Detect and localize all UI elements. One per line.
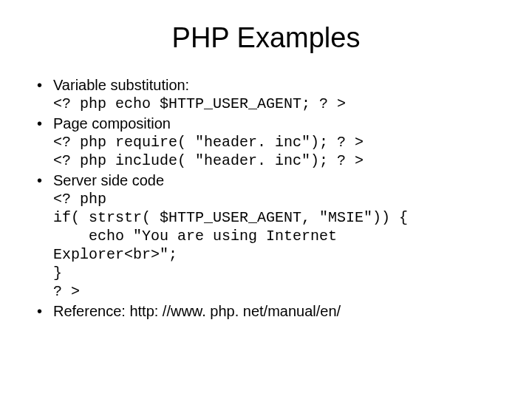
- slide: PHP Examples Variable substitution: <? p…: [0, 0, 532, 399]
- item-heading: Reference: http: //www. php. net/manual/…: [53, 303, 341, 319]
- list-item: Page composition <? php require( "header…: [37, 115, 510, 170]
- item-heading: Variable substitution:: [53, 77, 189, 93]
- item-heading: Server side code: [53, 172, 164, 188]
- list-item: Variable substitution: <? php echo $HTTP…: [37, 76, 510, 113]
- bullet-list: Variable substitution: <? php echo $HTTP…: [37, 76, 510, 321]
- code-block: <? php require( "header. inc"); ? > <? p…: [53, 133, 510, 170]
- slide-title: PHP Examples: [22, 22, 510, 54]
- list-item: Reference: http: //www. php. net/manual/…: [37, 302, 510, 321]
- code-block: <? php if( strstr( $HTTP_USER_AGENT, "MS…: [53, 190, 510, 301]
- code-block: <? php echo $HTTP_USER_AGENT; ? >: [53, 95, 510, 113]
- list-item: Server side code <? php if( strstr( $HTT…: [37, 171, 510, 301]
- item-heading: Page composition: [53, 115, 171, 132]
